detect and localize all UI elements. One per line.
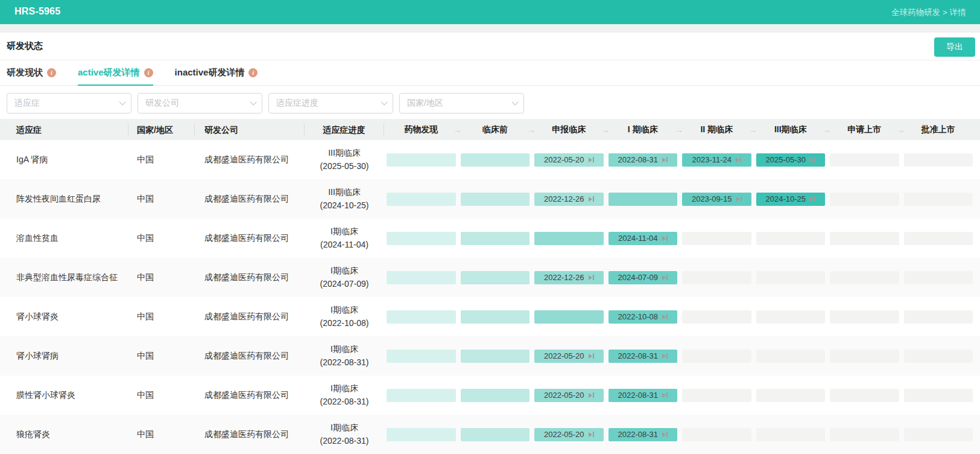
stage-bar-empty bbox=[756, 350, 826, 363]
cell-indication: 肾小球肾病 bbox=[5, 351, 128, 362]
stage-bar-filled[interactable]: 2025-05-30 bbox=[756, 153, 826, 167]
cell-region: 中国 bbox=[128, 194, 195, 205]
stage-bar-filled[interactable]: 2023-11-24 bbox=[682, 153, 751, 167]
step-forward-icon[interactable] bbox=[662, 235, 668, 241]
cell-progress: III期临床(2024-10-25) bbox=[305, 186, 384, 212]
stage-bar-filled[interactable]: 2022-05-20 bbox=[534, 428, 604, 441]
stage-column-label: 申报临床 bbox=[552, 124, 586, 135]
step-forward-icon[interactable] bbox=[736, 196, 742, 202]
breadcrumb[interactable]: 全球药物研发 > 详情 bbox=[891, 7, 966, 18]
section-header: 研发状态 bbox=[0, 33, 980, 60]
stage-column-header: III期临床→ bbox=[754, 119, 828, 140]
stage-bar-filled[interactable]: 2022-05-20 bbox=[534, 153, 604, 167]
stage-bar-filled[interactable]: 2023-09-15 bbox=[682, 193, 751, 206]
cell-region: 中国 bbox=[128, 351, 195, 362]
stage-column-header: 申请上市→ bbox=[827, 119, 902, 140]
info-icon[interactable]: i bbox=[47, 68, 56, 77]
stage-bar-filled[interactable]: 2022-08-31 bbox=[609, 389, 678, 402]
stage-bar-filled[interactable]: 2024-07-09 bbox=[609, 271, 678, 284]
step-forward-icon[interactable] bbox=[662, 314, 668, 319]
step-forward-triangle bbox=[589, 393, 592, 398]
stage-bar-filled[interactable]: 2024-10-25 bbox=[756, 193, 826, 206]
step-forward-icon[interactable] bbox=[736, 157, 741, 162]
filter-placeholder: 适应症进度 bbox=[276, 98, 318, 109]
step-forward-bar bbox=[740, 157, 741, 162]
stage-bar-filled[interactable]: 2022-05-20 bbox=[534, 350, 604, 363]
stage-cell bbox=[680, 258, 754, 297]
stage-date-label: 2022-12-26 bbox=[544, 273, 584, 282]
stage-cell bbox=[680, 415, 754, 454]
stage-cell bbox=[754, 415, 828, 454]
tab-inactive[interactable]: inactive研发详情i bbox=[175, 60, 258, 85]
stage-bar-filled[interactable]: 2022-10-08 bbox=[609, 310, 678, 324]
stage-bar-filled[interactable]: 2022-05-20 bbox=[534, 389, 604, 402]
table-row: 非典型溶血性尿毒症综合征中国成都盛迪医药有限公司I期临床(2024-07-09)… bbox=[0, 258, 980, 297]
step-forward-icon[interactable] bbox=[589, 275, 594, 280]
stage-bar-empty bbox=[756, 310, 826, 324]
stage-bar-filled bbox=[461, 389, 530, 402]
export-button[interactable]: 导出 bbox=[934, 37, 975, 57]
stage-column-header: II 期临床→ bbox=[680, 119, 754, 140]
step-forward-icon[interactable] bbox=[589, 353, 594, 359]
stage-cell: 2023-09-15 bbox=[680, 179, 754, 219]
stage-cell bbox=[827, 376, 902, 415]
stage-bar-filled[interactable]: 2022-12-26 bbox=[534, 271, 604, 284]
stage-bar-filled bbox=[609, 193, 678, 206]
stage-cell bbox=[384, 258, 458, 297]
stage-bar-filled[interactable]: 2024-11-04 bbox=[609, 232, 678, 245]
table-row: 溶血性贫血中国成都盛迪医药有限公司I期临床(2024-11-04)2024-11… bbox=[0, 219, 980, 258]
stage-bar-filled bbox=[461, 193, 530, 206]
step-forward-icon[interactable] bbox=[589, 196, 594, 202]
stage-cell bbox=[902, 297, 976, 336]
stage-date-label: 2022-10-08 bbox=[618, 312, 659, 321]
progress-stage-text: III期临床 bbox=[305, 186, 384, 199]
tab-active[interactable]: active研发详情i bbox=[78, 60, 153, 85]
cell-indication: 阵发性夜间血红蛋白尿 bbox=[5, 194, 128, 205]
step-forward-icon[interactable] bbox=[810, 157, 815, 162]
info-icon[interactable]: i bbox=[144, 68, 153, 77]
filter-select-indication[interactable]: 适应症 bbox=[7, 93, 131, 114]
filter-select-region[interactable]: 国家/地区 bbox=[399, 93, 524, 114]
step-forward-icon[interactable] bbox=[589, 392, 594, 398]
stage-date-label: 2022-08-31 bbox=[618, 155, 659, 164]
stage-bar-filled bbox=[461, 271, 530, 284]
filter-select-company[interactable]: 研发公司 bbox=[138, 93, 262, 114]
step-forward-triangle bbox=[662, 236, 666, 241]
step-forward-icon[interactable] bbox=[662, 275, 668, 280]
stage-bar-empty bbox=[904, 193, 973, 206]
info-icon[interactable]: i bbox=[248, 68, 258, 77]
step-forward-triangle bbox=[662, 354, 666, 359]
stage-bar-filled[interactable]: 2022-12-26 bbox=[534, 193, 604, 206]
step-forward-icon[interactable] bbox=[589, 157, 594, 162]
step-forward-triangle bbox=[662, 315, 666, 319]
stage-cell bbox=[384, 415, 458, 454]
step-forward-icon[interactable] bbox=[662, 432, 668, 437]
stage-cell bbox=[532, 219, 606, 258]
stage-bar-filled bbox=[387, 350, 456, 363]
stage-cell bbox=[902, 376, 976, 415]
stage-bar-empty bbox=[904, 232, 973, 245]
chevron-down-icon bbox=[119, 98, 125, 105]
stage-bar-filled[interactable]: 2022-08-31 bbox=[609, 153, 678, 167]
stage-bar-group: 2022-12-262024-07-09 bbox=[384, 258, 975, 297]
step-forward-triangle bbox=[662, 432, 666, 437]
step-forward-icon[interactable] bbox=[662, 392, 668, 398]
step-forward-triangle bbox=[736, 197, 740, 202]
stage-cell bbox=[458, 140, 533, 179]
step-forward-icon[interactable] bbox=[810, 196, 815, 202]
stage-bar-filled bbox=[461, 310, 530, 324]
step-forward-icon[interactable] bbox=[662, 157, 668, 162]
stage-bar-filled[interactable]: 2022-08-31 bbox=[609, 350, 678, 363]
stage-date-label: 2022-05-20 bbox=[544, 155, 584, 164]
stage-bar-filled bbox=[461, 428, 530, 441]
tab-status[interactable]: 研发现状i bbox=[7, 60, 56, 85]
step-forward-bar bbox=[666, 235, 668, 241]
step-forward-icon[interactable] bbox=[589, 432, 594, 437]
stage-cell bbox=[680, 297, 754, 336]
column-header-company: 研发公司 bbox=[195, 123, 305, 136]
stage-bar-filled[interactable]: 2022-08-31 bbox=[609, 428, 678, 441]
step-forward-icon[interactable] bbox=[662, 353, 668, 359]
filter-select-progress[interactable]: 适应症进度 bbox=[268, 93, 393, 114]
stage-bar-group: 2022-12-262023-09-152024-10-25 bbox=[384, 179, 975, 219]
stage-column-label: 批准上市 bbox=[922, 124, 955, 135]
